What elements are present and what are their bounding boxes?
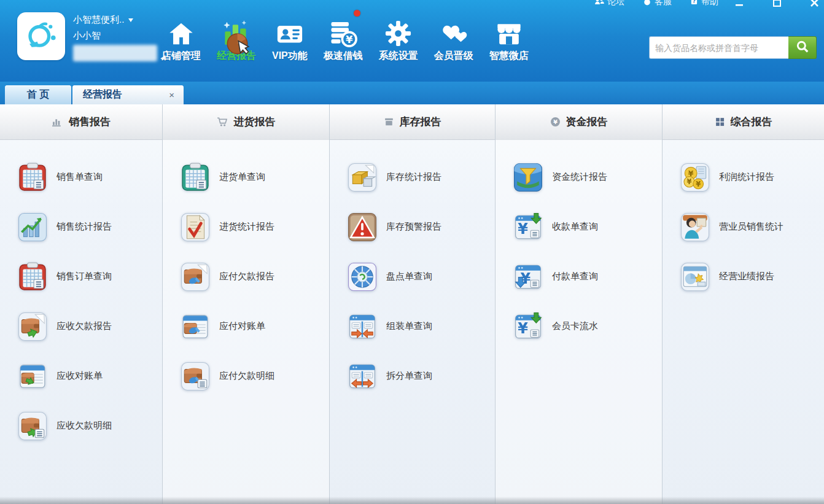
report-item[interactable]: 组装单查询 [330,301,495,351]
report-column-funds: 资金统计报告¥收款单查询¥付款单查询¥会员卡流水 [496,139,663,504]
nav-label: 智慧微店 [489,50,529,63]
sales-header-icon [52,117,63,127]
report-item[interactable]: 应收欠款明细 [0,401,162,451]
report-item[interactable]: 应收欠款报告 [0,301,162,351]
report-column-summary: ¥¥¥利润统计报告营业员销售统计经营业绩报告 [663,139,824,504]
window-controls [735,0,819,10]
wallet-pay-window-icon [181,312,210,341]
report-item[interactable]: 经营业绩报告 [663,252,824,301]
fund-stats-icon [513,163,543,192]
hearts-icon [438,9,469,48]
report-dashboard: 销售报告进货报告库存报告¥资金报告综合报告 销售单查询销售统计报告销售订单查询应… [0,104,824,504]
report-item-label: 收款单查询 [552,221,598,233]
nav-smart-microstore[interactable]: 智慧微店 [481,9,537,63]
report-item[interactable]: 销售单查询 [0,152,162,202]
svg-text:¥: ¥ [553,118,558,125]
search-button[interactable] [788,36,817,59]
report-item[interactable]: 应付对账单 [163,301,329,351]
help-link[interactable]: ? 帮助 [690,0,718,7]
report-item[interactable]: 应收对账单 [0,351,162,401]
report-item-label: 应付对账单 [219,320,265,332]
app-header: 小智慧便利.. 小小智 店铺管理经营报告VIP功能¥极速借钱系统设置会员晋级智慧… [0,0,824,82]
tab-close-icon[interactable]: × [167,90,176,100]
report-item[interactable]: 应付欠款明细 [163,351,329,401]
nav-quick-loan[interactable]: ¥极速借钱 [316,9,371,63]
report-item-label: 付款单查询 [552,271,598,282]
report-item-label: 销售单查询 [56,171,103,183]
report-item[interactable]: ¥会员卡流水 [496,301,662,351]
customer-service-link[interactable]: 客服 [643,0,672,7]
report-item[interactable]: 应付欠款报告 [163,252,329,301]
report-item[interactable]: 拆分单查询 [330,351,495,401]
nav-label: VIP功能 [272,50,308,63]
wallet-pay-detail-icon [181,362,210,391]
doc-check-icon [181,212,210,242]
report-item-label: 应收欠款明细 [56,420,112,432]
product-search [649,36,817,59]
svg-text:¥: ¥ [346,34,353,45]
report-item[interactable]: 盘点单查询 [330,252,495,301]
tab-business-report-label: 经营报告 [83,88,122,101]
nav-label: 店铺管理 [161,50,201,63]
column-header-label: 综合报告 [731,115,772,129]
report-item-label: 进货单查询 [219,171,265,183]
column-header-label: 资金报告 [566,115,608,129]
gear-icon [384,9,413,48]
funds-header-icon: ¥ [550,117,561,127]
report-item-label: 库存预警报告 [386,221,441,233]
brand-icon [19,13,63,60]
nav-system-settings[interactable]: 系统设置 [371,9,426,63]
main-nav: 店铺管理经营报告VIP功能¥极速借钱系统设置会员晋级智慧微店 [154,9,537,63]
payment-query-icon: ¥ [513,262,543,292]
wallet-window-icon [18,362,47,391]
report-item[interactable]: 销售统计报告 [0,202,162,252]
summary-header-icon [715,117,725,127]
report-item[interactable]: 进货单查询 [163,152,329,202]
minimize-button[interactable] [735,0,744,7]
svg-text:¥: ¥ [687,177,692,186]
report-item[interactable]: ¥¥¥利润统计报告 [663,152,824,202]
svg-text:¥: ¥ [518,320,528,337]
report-item[interactable]: ¥付款单查询 [496,252,662,301]
report-item-label: 拆分单查询 [386,370,432,382]
forum-link[interactable]: 论坛 [594,0,624,7]
column-header-stock: 库存报告 [330,104,496,139]
nav-label: 系统设置 [379,50,418,63]
report-item[interactable]: 资金统计报告 [496,152,662,202]
customer-service-icon [643,0,651,7]
report-item[interactable]: 进货统计报告 [163,202,329,252]
report-item[interactable]: 库存统计报告 [330,152,495,202]
nav-vip-features[interactable]: VIP功能 [264,9,316,63]
profit-stats-icon: ¥¥¥ [680,163,710,192]
report-item-label: 组装单查询 [386,320,432,332]
receipt-query-icon: ¥ [513,212,543,242]
close-button[interactable] [810,0,819,7]
store-selector[interactable]: 小智慧便利.. [73,14,133,26]
forum-label: 论坛 [607,0,624,7]
wallet-detail-icon [18,411,47,441]
loan-icon: ¥ [328,9,358,48]
report-column-stock: 库存统计报告库存预警报告盘点单查询组装单查询拆分单查询 [330,139,496,504]
maximize-button[interactable] [772,0,782,7]
report-item-label: 应收欠款报告 [56,320,112,332]
nav-shop-manage[interactable]: 店铺管理 [154,9,209,63]
report-item-label: 应付欠款明细 [219,370,274,382]
report-item-label: 应付欠款报告 [219,271,274,282]
app-logo[interactable] [17,12,65,60]
report-item[interactable]: 营业员销售统计 [663,202,824,252]
column-header-purchase: 进货报告 [163,104,330,139]
split-icon [348,362,377,391]
tab-business-report[interactable]: 经营报告 × [72,85,184,104]
nav-business-report[interactable]: 经营报告 [209,18,264,63]
nav-member-upgrade[interactable]: 会员晋级 [426,9,481,63]
clipboard-red-icon [18,163,47,192]
report-item-label: 库存统计报告 [386,171,441,183]
report-item-label: 盘点单查询 [386,271,432,282]
report-item[interactable]: ¥收款单查询 [496,202,662,252]
report-item[interactable]: 库存预警报告 [330,202,495,252]
search-input[interactable] [649,36,788,59]
tab-home[interactable]: 首 页 [5,85,71,104]
report-item-label: 经营业绩报告 [719,271,774,282]
report-item[interactable]: 销售订单查询 [0,252,162,301]
column-header-sales: 销售报告 [0,104,163,139]
